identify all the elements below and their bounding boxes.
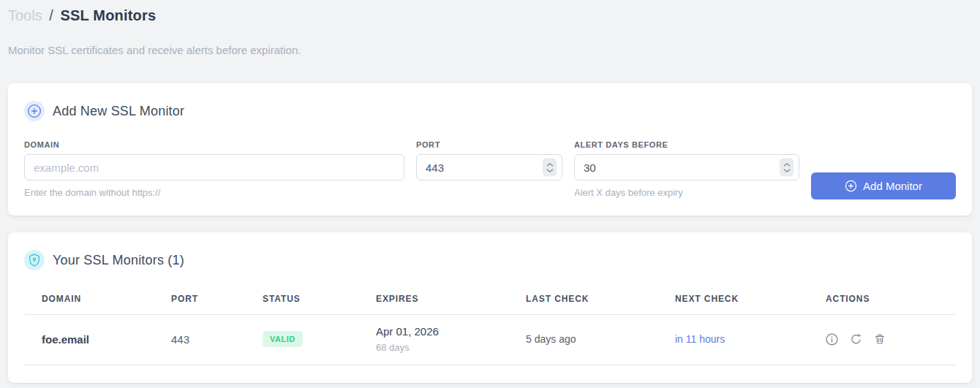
col-header-actions: ACTIONS (808, 289, 956, 315)
col-header-status: STATUS (245, 289, 358, 315)
col-header-next-check: NEXT CHECK (657, 289, 808, 315)
chevron-down-icon (546, 168, 554, 172)
domain-field-group: DOMAIN Enter the domain without https:// (24, 140, 404, 198)
port-stepper[interactable] (543, 159, 557, 177)
add-monitor-card: Add New SSL Monitor DOMAIN Enter the dom… (8, 83, 972, 216)
alert-days-field-group: ALERT DAYS BEFORE Alert X days before ex… (574, 140, 799, 198)
col-header-port: PORT (154, 289, 245, 315)
info-icon[interactable] (826, 333, 838, 346)
cell-last-check: 5 days ago (508, 315, 657, 365)
expires-date: Apr 01, 2026 (376, 325, 502, 338)
add-card-title: Add New SSL Monitor (53, 104, 184, 119)
alert-days-stepper[interactable] (780, 159, 794, 177)
table-header-row: DOMAIN PORT STATUS EXPIRES LAST CHECK NE… (24, 289, 956, 315)
cell-next-check: in 11 hours (657, 315, 808, 365)
breadcrumb-separator: / (49, 7, 53, 23)
plus-circle-icon (845, 180, 857, 192)
chevron-up-icon (546, 162, 554, 167)
chevron-down-icon (783, 168, 791, 172)
domain-helper-text: Enter the domain without https:// (24, 187, 404, 198)
cell-actions (808, 315, 956, 365)
col-header-expires: EXPIRES (358, 289, 508, 315)
page-subtitle: Monitor SSL certificates and receive ale… (8, 44, 972, 56)
port-input[interactable] (416, 154, 562, 180)
monitors-card-title: Your SSL Monitors (1) (53, 253, 184, 268)
breadcrumb-tools-link[interactable]: Tools (8, 7, 42, 23)
status-badge: VALID (263, 331, 303, 347)
port-field-group: PORT (416, 140, 562, 180)
domain-input[interactable] (24, 154, 404, 180)
add-monitor-button-label: Add Monitor (863, 180, 922, 192)
col-header-domain: DOMAIN (24, 289, 154, 315)
alert-days-label: ALERT DAYS BEFORE (574, 140, 799, 149)
refresh-icon[interactable] (850, 333, 862, 346)
cell-domain: foe.email (24, 315, 154, 365)
cell-status: VALID (245, 315, 358, 365)
alert-days-input[interactable] (574, 154, 799, 180)
domain-label: DOMAIN (24, 140, 404, 149)
breadcrumb: Tools / SSL Monitors (8, 6, 972, 25)
cell-port: 443 (154, 315, 245, 365)
trash-icon[interactable] (874, 333, 886, 345)
shield-lock-icon (24, 250, 45, 270)
plus-circle-icon (24, 101, 45, 121)
monitors-card-header: Your SSL Monitors (1) (24, 250, 956, 270)
alert-days-helper-text: Alert X days before expiry (574, 187, 799, 198)
table-row: foe.email 443 VALID Apr 01, 2026 68 days… (24, 315, 956, 365)
add-monitor-form: DOMAIN Enter the domain without https://… (24, 140, 956, 199)
cell-expires: Apr 01, 2026 68 days (358, 315, 508, 365)
monitors-list-card: Your SSL Monitors (1) DOMAIN PORT STATUS… (8, 232, 972, 383)
expires-days-remaining: 68 days (376, 342, 502, 353)
chevron-up-icon (783, 162, 791, 167)
add-monitor-button[interactable]: Add Monitor (811, 172, 956, 199)
ssl-monitors-page: Tools / SSL Monitors Monitor SSL certifi… (0, 0, 980, 383)
port-label: PORT (416, 140, 562, 149)
monitors-table: DOMAIN PORT STATUS EXPIRES LAST CHECK NE… (24, 289, 956, 365)
add-card-header: Add New SSL Monitor (24, 101, 956, 121)
col-header-last-check: LAST CHECK (508, 289, 657, 315)
page-title: SSL Monitors (60, 7, 156, 23)
